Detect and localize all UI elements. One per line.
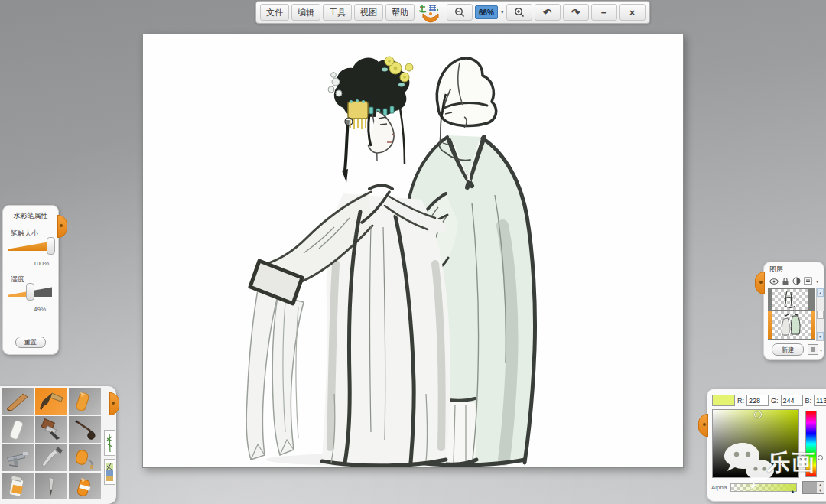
lock-icon[interactable] (782, 277, 789, 285)
wetness-slider-thumb[interactable] (26, 283, 34, 301)
hue-marker-right[interactable] (818, 455, 823, 460)
zoom-level-value[interactable]: 66% (475, 5, 498, 19)
layer-item-sketch[interactable] (772, 289, 808, 310)
palette-tool-chalk[interactable] (2, 416, 34, 443)
layer-item-color[interactable] (768, 311, 815, 339)
redo-button[interactable]: ↷ (563, 4, 589, 21)
sv-picker-cursor[interactable] (754, 411, 762, 418)
menu-file[interactable]: 文件 (260, 4, 289, 21)
alpha-slider-marker[interactable]: ▲ (790, 489, 795, 494)
minimize-button[interactable]: − (591, 4, 617, 21)
green-value-field[interactable]: 244 (781, 395, 803, 406)
current-color-swatch (712, 395, 735, 406)
brush-size-slider[interactable] (8, 241, 52, 251)
green-label: G: (771, 397, 779, 405)
palette-knife-icon (37, 447, 66, 470)
brush-palette (0, 386, 116, 504)
calligraphy-brush-icon (70, 418, 99, 441)
blue-label: B: (805, 397, 812, 405)
brush-size-slider-thumb[interactable] (47, 237, 55, 255)
reset-button[interactable]: 重置 (15, 337, 46, 348)
menu-view[interactable]: 视图 (354, 4, 383, 21)
palette-tool-crayon[interactable] (69, 388, 101, 415)
saturation-value-picker[interactable] (712, 409, 799, 478)
menu-help[interactable]: 帮助 (385, 4, 415, 21)
blue-value-field[interactable]: 113 (814, 395, 826, 406)
new-layer-button[interactable]: 新建 (772, 343, 804, 356)
layer-list (768, 288, 815, 340)
palette-tool-airbrush[interactable] (2, 444, 34, 471)
scroll-up-icon[interactable]: ▲ (817, 288, 824, 297)
brush-size-value: 100% (3, 260, 49, 267)
palette-side-strip (102, 386, 116, 504)
zoom-out-button[interactable] (447, 4, 473, 21)
red-label: R: (737, 397, 744, 405)
app-logo-icon[interactable] (417, 4, 444, 21)
flat-brush-icon (37, 418, 66, 441)
brush-panel-title: 水彩笔属性 (3, 211, 58, 221)
canvas-artwork (143, 34, 683, 467)
opacity-half-circle-icon[interactable] (792, 277, 801, 285)
undo-button[interactable]: ↶ (535, 4, 561, 21)
palette-tool-flat-brush[interactable] (35, 416, 67, 443)
menu-tools[interactable]: 工具 (323, 4, 352, 21)
palette-tool-liner-pen[interactable] (35, 473, 67, 499)
wetness-label: 湿度 (11, 275, 58, 285)
layer-scrollbar[interactable]: ▲ ▼ (816, 288, 824, 341)
layer-menu-caret[interactable]: ▾ (816, 278, 818, 284)
panel-collapse-handle[interactable] (57, 215, 67, 238)
brush-properties-panel: 水彩笔属性 笔触大小 100% 湿度 49% 重置 (2, 205, 59, 355)
marker-icon (70, 475, 99, 498)
paint-jar-icon (3, 475, 32, 498)
color-collapse-handle[interactable] (698, 414, 708, 437)
layer-menu-icon[interactable] (804, 277, 813, 285)
palette-tool-ink-brush[interactable] (35, 388, 67, 415)
zoom-in-button[interactable] (506, 4, 532, 21)
menu-edit[interactable]: 编辑 (291, 4, 320, 21)
main-toolbar: 文件 编辑 工具 视图 帮助 66% ▾ ↶ ↷ − × (255, 1, 650, 24)
ink-brush-icon (37, 390, 66, 413)
airbrush-icon (3, 447, 32, 470)
chalk-icon (3, 418, 32, 441)
wetness-value: 49% (3, 306, 46, 313)
color-picker-panel: R: 228 G: 244 B: 113 Alpha ▲ ▲▼ (707, 389, 826, 502)
palette-tool-marker[interactable] (69, 473, 101, 499)
palette-tool-calligraphy-brush[interactable] (69, 416, 101, 443)
paint-roller-icon (70, 447, 99, 470)
palette-collapse-handle[interactable] (109, 392, 119, 415)
brush-preset-thumb-1[interactable] (104, 430, 115, 456)
brush-preset-thumb-2[interactable] (104, 459, 115, 485)
alpha-label: Alpha (711, 484, 727, 491)
alpha-value-spinner[interactable]: ▲▼ (802, 481, 824, 494)
alpha-slider[interactable] (730, 483, 797, 492)
magnifier-plus-icon (514, 7, 525, 18)
scroll-down-icon[interactable]: ▼ (817, 332, 824, 340)
taper-point-icon (3, 390, 32, 413)
magnifier-minus-icon (454, 7, 465, 18)
liner-pen-icon (37, 475, 66, 498)
palette-tool-palette-knife[interactable] (35, 444, 67, 471)
zoom-dropdown-caret[interactable]: ▾ (501, 9, 504, 15)
palette-tool-taper-point[interactable] (2, 388, 34, 415)
hue-marker-left[interactable] (800, 455, 805, 460)
layers-panel-title: 图层 (769, 265, 824, 275)
drawing-canvas[interactable] (142, 34, 684, 468)
layer-options-button[interactable] (808, 344, 818, 355)
layers-panel: 图层 ▾ (763, 262, 824, 360)
palette-tool-paint-jar[interactable] (2, 473, 34, 499)
crayon-icon (70, 390, 99, 413)
red-value-field[interactable]: 228 (746, 395, 769, 406)
layer-options-caret[interactable]: ▾ (820, 347, 822, 353)
brush-cursor (345, 118, 353, 125)
palette-tool-paint-roller[interactable] (69, 444, 101, 471)
layers-collapse-handle[interactable] (755, 272, 765, 294)
visibility-eye-icon[interactable] (769, 278, 779, 285)
layer-selected-indicator (811, 311, 815, 339)
scrollbar-thumb[interactable] (817, 311, 824, 319)
close-button[interactable]: × (620, 4, 646, 21)
hue-slider[interactable] (805, 411, 817, 477)
